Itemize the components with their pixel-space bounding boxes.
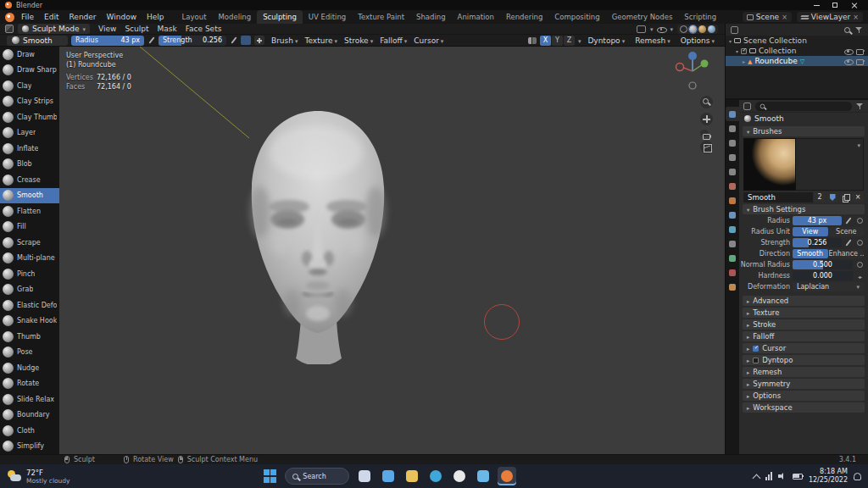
tool-item[interactable]: Flatten xyxy=(0,203,59,219)
brush-header-menu[interactable]: Texture xyxy=(302,36,341,45)
outliner-row-roundcube[interactable]: Roundcube xyxy=(726,56,868,66)
tool-item[interactable]: Inflate xyxy=(0,141,59,157)
taskview-icon[interactable] xyxy=(355,467,374,485)
stepper-arrows-icon[interactable] xyxy=(855,272,864,280)
start-button[interactable] xyxy=(260,467,279,485)
tool-item[interactable]: Snake Hook xyxy=(0,313,59,330)
physics-tab-icon[interactable] xyxy=(726,222,739,236)
disable-in-renders-icon[interactable] xyxy=(856,58,865,64)
tool-tab-icon[interactable] xyxy=(726,107,739,121)
outliner-row-collection[interactable]: Collection xyxy=(726,46,868,56)
search-icon[interactable] xyxy=(844,27,850,33)
hide-in-viewport-icon[interactable] xyxy=(844,47,853,55)
scene-selector[interactable]: Scene xyxy=(743,12,792,22)
solid-shading-icon[interactable] xyxy=(689,25,697,33)
view-layer-selector[interactable]: ViewLayer xyxy=(797,12,863,22)
strength-slider[interactable]: 0.256 xyxy=(793,238,842,247)
brush-users-button[interactable]: 2 xyxy=(814,192,826,202)
volume-icon[interactable] xyxy=(778,472,787,480)
remesh-dropdown[interactable]: Remesh xyxy=(632,36,674,45)
tool-item[interactable]: Clay Thumb xyxy=(0,109,59,125)
brush-thumbnail[interactable] xyxy=(743,138,796,191)
props-section-header[interactable]: Options xyxy=(743,391,865,401)
tool-item[interactable]: Draw Sharp xyxy=(0,63,59,79)
constraints-tab-icon[interactable] xyxy=(726,236,739,251)
world-tab-icon[interactable] xyxy=(726,179,739,193)
filter-icon[interactable] xyxy=(856,103,864,110)
camera-view-icon[interactable] xyxy=(700,130,709,136)
outliner-editor-icon[interactable] xyxy=(731,26,738,34)
props-section-header[interactable]: Falloff xyxy=(743,331,865,341)
pan-icon[interactable] xyxy=(700,113,713,125)
maximize-button[interactable] xyxy=(826,0,844,10)
properties-search-input[interactable] xyxy=(755,102,852,111)
expand-icon[interactable] xyxy=(736,47,738,55)
workspace-tab[interactable]: Texture Paint xyxy=(352,10,410,24)
tool-item[interactable]: Blob xyxy=(0,157,59,173)
zoom-icon[interactable] xyxy=(700,96,713,108)
props-section-header[interactable]: Remesh xyxy=(743,367,865,377)
taskbar-search[interactable]: Search xyxy=(285,468,349,485)
tool-item[interactable]: Crease xyxy=(0,172,59,188)
sculpt-head-model[interactable] xyxy=(233,106,403,364)
modifier-tab-icon[interactable] xyxy=(726,208,739,222)
weather-widget[interactable]: 72°F Mostly cloudy xyxy=(7,469,142,485)
rendered-shading-icon[interactable] xyxy=(708,25,715,33)
tool-item[interactable]: Fill xyxy=(0,219,59,236)
brush-name-field[interactable]: Smooth xyxy=(743,192,813,202)
props-section-header[interactable]: Advanced xyxy=(743,296,865,306)
object-data-tab-icon[interactable] xyxy=(726,251,739,265)
tool-item[interactable]: Nudge xyxy=(0,360,59,376)
brush-header-menu[interactable]: Stroke xyxy=(341,36,376,45)
chevron-down-icon[interactable] xyxy=(650,25,654,33)
blender-icon[interactable] xyxy=(498,467,516,485)
section-checkbox[interactable] xyxy=(753,346,759,352)
navigation-gizmo[interactable] xyxy=(674,49,711,93)
props-section-header[interactable]: Stroke xyxy=(743,319,865,330)
tool-item[interactable]: Multi-plane S... xyxy=(0,251,59,267)
smooth-stroke-toggle-icon[interactable] xyxy=(241,36,251,45)
workspace-tab[interactable]: Rendering xyxy=(500,10,548,24)
direction-option[interactable]: Enhance ... xyxy=(829,249,865,258)
brush-header-menu[interactable]: Falloff xyxy=(376,36,410,45)
properties-editor-icon[interactable] xyxy=(743,103,751,110)
brush-header-menu[interactable]: Brush xyxy=(268,36,302,45)
brush-settings-header[interactable]: Brush Settings xyxy=(743,204,865,214)
radius-unit-option[interactable]: Scene xyxy=(829,227,865,236)
animate-property-icon[interactable] xyxy=(855,261,864,269)
scene-tab-icon[interactable] xyxy=(726,164,739,179)
tool-item[interactable]: Thumb xyxy=(0,329,59,345)
strength-pressure-icon[interactable] xyxy=(844,239,853,247)
workspace-tab[interactable]: Scripting xyxy=(678,10,722,24)
duplicate-brush-icon[interactable] xyxy=(839,192,851,202)
widgets-icon[interactable] xyxy=(379,467,398,485)
menu-item[interactable]: Edit xyxy=(39,10,64,24)
editor-type-icon[interactable] xyxy=(5,25,14,33)
tool-item[interactable]: Clay xyxy=(0,78,59,94)
material-shading-icon[interactable] xyxy=(698,25,706,33)
workspace-tab[interactable]: Shading xyxy=(410,10,452,24)
deformation-dropdown[interactable]: Laplacian xyxy=(793,282,864,291)
minimize-button[interactable] xyxy=(807,0,826,10)
tool-item[interactable]: Pinch xyxy=(0,266,59,282)
add-brush-icon[interactable] xyxy=(254,36,264,45)
mirror-axis-toggle[interactable]: Y xyxy=(552,36,563,46)
chevron-down-icon[interactable] xyxy=(670,25,673,33)
animate-property-icon[interactable] xyxy=(855,217,864,225)
store-icon[interactable] xyxy=(474,467,492,485)
direction-option[interactable]: Smooth xyxy=(793,249,828,258)
tool-item[interactable]: Draw xyxy=(0,47,59,63)
viewport-3d[interactable]: User Perspective (1) Roundcube Vertices … xyxy=(59,47,725,454)
expand-icon[interactable] xyxy=(743,57,745,65)
radius-pressure-icon[interactable] xyxy=(844,217,853,225)
gizmo-toggle-icon[interactable] xyxy=(637,25,646,33)
viewport-menu-item[interactable]: View xyxy=(94,22,120,36)
brush-header-menu[interactable]: Cursor xyxy=(410,36,447,45)
tool-item[interactable]: Pose xyxy=(0,345,59,361)
strength-slider[interactable]: Strength 0.256 xyxy=(159,36,226,46)
viewport-menu-item[interactable]: Face Sets xyxy=(181,22,226,36)
animate-property-icon[interactable] xyxy=(855,239,864,247)
texture-tab-icon[interactable] xyxy=(726,280,739,294)
notification-icon[interactable] xyxy=(854,473,861,480)
fake-user-icon[interactable] xyxy=(826,192,838,202)
